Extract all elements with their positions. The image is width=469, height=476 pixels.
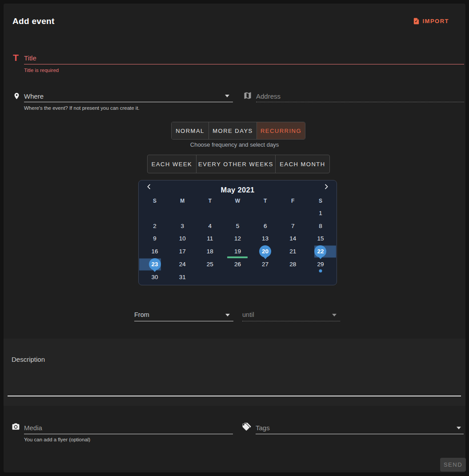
calendar-day[interactable]: 29 xyxy=(307,258,334,271)
calendar-day[interactable]: 28 xyxy=(279,258,307,271)
import-button[interactable]: IMPORT xyxy=(413,17,449,25)
calendar-day-number: 25 xyxy=(207,261,213,268)
calendar-day[interactable]: 10 xyxy=(168,232,196,245)
calendar-day[interactable]: 5 xyxy=(224,220,251,232)
calendar-next-button[interactable] xyxy=(321,182,331,192)
calendar-day-number: 18 xyxy=(207,248,213,255)
calendar-day-empty xyxy=(196,207,224,220)
calendar-day-empty xyxy=(168,207,196,220)
frequency-button-group: EACH WEEK EVERY OTHER WEEKS EACH MONTH xyxy=(147,155,330,173)
calendar-day-number: 24 xyxy=(179,261,186,268)
calendar-day-empty xyxy=(196,271,224,284)
calendar-week-row: 23242526272829 xyxy=(141,258,334,271)
calendar-day-empty xyxy=(224,271,251,284)
from-time-select[interactable]: From xyxy=(134,309,233,321)
chevron-down-icon xyxy=(225,314,230,316)
calendar-day-number: 29 xyxy=(317,261,324,268)
calendar-day[interactable]: 18 xyxy=(196,245,224,258)
until-time-select[interactable]: until xyxy=(242,309,340,321)
calendar-day[interactable]: 31 xyxy=(168,271,196,284)
location-pin-icon xyxy=(13,91,20,103)
calendar-day[interactable]: 23 xyxy=(141,258,168,271)
calendar-day[interactable]: 15 xyxy=(307,232,334,245)
calendar-day-number: 19 xyxy=(234,248,241,255)
calendar-day[interactable]: 8 xyxy=(307,220,334,232)
where-select[interactable]: Where xyxy=(24,90,233,102)
calendar-day[interactable]: 11 xyxy=(196,232,224,245)
calendar-day[interactable]: 26 xyxy=(224,258,251,271)
calendar-day[interactable]: 2 xyxy=(141,220,168,232)
calendar-weekday: M xyxy=(168,198,196,204)
add-event-card: Add event IMPORT T Title Title is requir… xyxy=(4,4,465,472)
import-label: IMPORT xyxy=(422,18,449,24)
address-input[interactable]: Address xyxy=(256,90,464,102)
chevron-down-icon xyxy=(225,95,229,97)
calendar-day[interactable]: 13 xyxy=(252,232,279,245)
camera-icon xyxy=(11,423,20,433)
title-input[interactable]: Title xyxy=(24,52,464,64)
where-helper-text: Where's the event? If not present you ca… xyxy=(24,105,140,111)
calendar-day[interactable]: 7 xyxy=(279,220,307,232)
chevron-down-icon xyxy=(332,314,337,316)
tags-select[interactable]: Tags xyxy=(256,422,464,434)
calendar-day[interactable]: 16 xyxy=(141,245,168,258)
calendar-day-empty xyxy=(252,271,279,284)
calendar-day[interactable]: 17 xyxy=(168,245,196,258)
tags-placeholder: Tags xyxy=(256,424,270,432)
every-other-weeks-button[interactable]: EVERY OTHER WEEKS xyxy=(196,155,275,173)
calendar-day[interactable]: 9 xyxy=(141,232,168,245)
calendar-day[interactable]: 4 xyxy=(196,220,224,232)
calendar-day-number: 30 xyxy=(152,274,158,280)
calendar-day-number: 11 xyxy=(207,235,213,242)
send-button[interactable]: SEND xyxy=(440,458,466,472)
calendar-day-empty xyxy=(224,207,251,220)
calendar-day[interactable]: 24 xyxy=(168,258,196,271)
each-week-button[interactable]: EACH WEEK xyxy=(148,155,196,173)
tags-icon xyxy=(241,423,252,433)
map-icon xyxy=(243,91,252,102)
title-error-text: Title is required xyxy=(24,68,59,73)
calendar-day-number: 8 xyxy=(319,223,322,229)
calendar-day[interactable]: 20 xyxy=(252,245,279,258)
calendar-day-number: 14 xyxy=(289,235,296,242)
media-placeholder: Media xyxy=(24,424,42,432)
calendar-day[interactable]: 14 xyxy=(279,232,307,245)
calendar-day[interactable]: 21 xyxy=(279,245,307,258)
calendar-week-row: 3031 xyxy=(141,271,334,284)
calendar-week-row: 16171819202122 xyxy=(141,245,334,258)
frequency-caption: Choose frequency and select days xyxy=(4,141,465,148)
description-textarea[interactable] xyxy=(12,356,457,388)
calendar-day-number: 5 xyxy=(236,223,240,229)
calendar-day-number: 4 xyxy=(208,223,212,229)
calendar-day-number: 20 xyxy=(259,245,271,257)
calendar-day[interactable]: 19 xyxy=(224,245,251,258)
title-text-icon: T xyxy=(13,53,19,62)
each-month-button[interactable]: EACH MONTH xyxy=(275,155,329,173)
tab-normal[interactable]: NORMAL xyxy=(172,122,208,139)
calendar-day[interactable]: 12 xyxy=(224,232,251,245)
calendar-weekday: T xyxy=(196,198,224,204)
calendar-day[interactable]: 6 xyxy=(252,220,279,232)
calendar-day-number: 13 xyxy=(262,235,269,242)
until-placeholder: until xyxy=(242,311,254,318)
calendar-day-empty xyxy=(141,207,168,220)
event-type-tabs: NORMAL MORE DAYS RECURRING xyxy=(171,122,305,140)
calendar-day[interactable]: 22 xyxy=(307,245,334,258)
tab-recurring[interactable]: RECURRING xyxy=(257,122,305,139)
calendar-day[interactable]: 3 xyxy=(168,220,196,232)
calendar-month-label: May 2021 xyxy=(139,186,337,194)
calendar-day[interactable]: 30 xyxy=(141,271,168,284)
calendar: May 2021 SMTWTFS 12345678910111213141516… xyxy=(138,180,337,285)
calendar-prev-button[interactable] xyxy=(144,182,154,192)
media-input[interactable]: Media xyxy=(24,422,233,434)
address-placeholder: Address xyxy=(256,92,281,100)
calendar-day[interactable]: 1 xyxy=(307,207,334,220)
calendar-day-number: 31 xyxy=(179,274,186,280)
calendar-day[interactable]: 25 xyxy=(196,258,224,271)
calendar-day-number: 16 xyxy=(152,248,158,255)
calendar-day[interactable]: 27 xyxy=(252,258,279,271)
from-placeholder: From xyxy=(134,311,149,318)
calendar-day-number: 28 xyxy=(289,261,296,268)
calendar-day-number: 1 xyxy=(319,210,322,216)
tab-more-days[interactable]: MORE DAYS xyxy=(208,122,257,139)
